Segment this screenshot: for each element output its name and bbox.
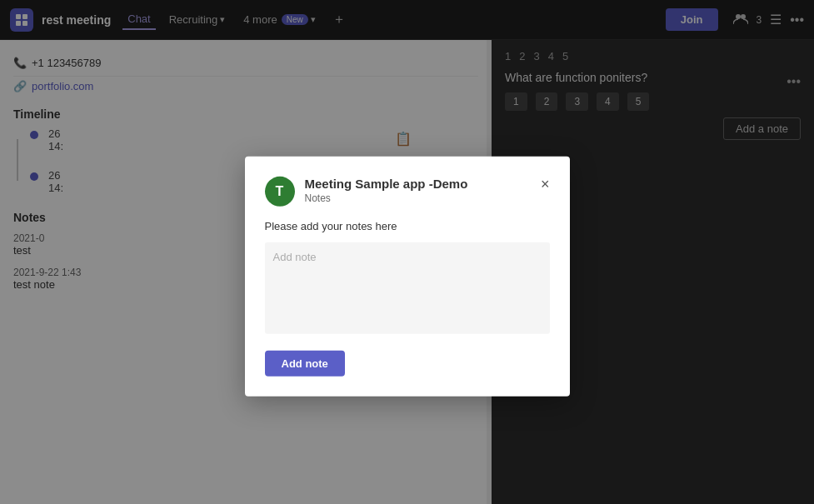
modal-app-subtitle: Notes [305, 192, 468, 203]
note-textarea[interactable] [265, 242, 550, 333]
modal-footer: Add note [265, 350, 550, 376]
modal-header: T Meeting Sample app -Demo Notes × [265, 176, 550, 206]
modal-add-note-button[interactable]: Add note [265, 350, 345, 376]
modal-title-group: Meeting Sample app -Demo Notes [305, 176, 468, 203]
modal-close-button[interactable]: × [541, 176, 550, 191]
notes-modal: T Meeting Sample app -Demo Notes × Pleas… [245, 156, 570, 396]
modal-app-icon: T [265, 176, 295, 206]
modal-app-title: Meeting Sample app -Demo [305, 176, 468, 190]
modal-description: Please add your notes here [265, 219, 550, 232]
